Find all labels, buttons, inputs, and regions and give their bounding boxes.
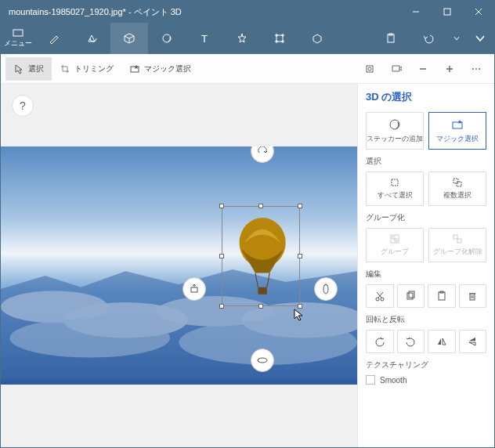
magic-select-label: マジック選択 <box>436 134 479 144</box>
section-edit: 編集 <box>366 269 486 280</box>
selection-box[interactable] <box>222 206 300 305</box>
multi-select-label: 複数選択 <box>443 190 472 201</box>
svg-point-24 <box>472 68 474 70</box>
add-sticker-label: ステッカーの追加 <box>367 134 423 144</box>
magic-label: マジック選択 <box>144 63 191 74</box>
paste-sidebar-button[interactable] <box>428 284 456 308</box>
svg-rect-37 <box>191 287 197 292</box>
canvas-tool[interactable] <box>261 23 298 54</box>
svg-rect-42 <box>392 179 398 186</box>
maximize-button[interactable] <box>432 1 463 23</box>
menu-button[interactable]: メニュー <box>1 23 35 54</box>
select-label: 選択 <box>28 63 44 74</box>
brush-tool[interactable] <box>35 23 73 54</box>
svg-rect-58 <box>470 294 475 300</box>
delete-button[interactable] <box>459 284 487 308</box>
multi-select-tile[interactable]: 複数選択 <box>428 172 486 206</box>
select-all-label: すべて選択 <box>378 190 413 201</box>
stickers-tool[interactable] <box>148 23 186 54</box>
handle-tr[interactable] <box>298 204 302 208</box>
svg-point-26 <box>479 68 480 70</box>
handle-l[interactable] <box>219 254 224 258</box>
handle-bl[interactable] <box>219 304 224 309</box>
cut-button[interactable] <box>366 284 394 308</box>
select-all-tile[interactable]: すべて選択 <box>366 172 424 206</box>
svg-rect-49 <box>457 239 461 243</box>
svg-rect-4 <box>13 30 23 36</box>
svg-rect-44 <box>457 182 461 186</box>
menu-label: メニュー <box>4 38 32 49</box>
history-dropdown[interactable] <box>447 23 466 54</box>
rotate-cw-button[interactable] <box>397 330 425 353</box>
svg-point-20 <box>368 67 371 70</box>
crop-tool[interactable]: トリミング <box>52 57 121 81</box>
depth-gizmo[interactable] <box>182 277 206 301</box>
window-title: mountains-1985027_1920.jpg* - ペイント 3D <box>1 6 400 18</box>
handle-r[interactable] <box>298 254 302 258</box>
rotate-ccw-button[interactable] <box>366 330 394 353</box>
svg-rect-54 <box>407 293 413 299</box>
svg-point-40 <box>390 120 399 129</box>
zoom-in-button[interactable] <box>436 57 463 81</box>
svg-rect-47 <box>395 239 397 241</box>
group-tile: グループ <box>366 228 424 262</box>
section-select: 選択 <box>366 156 486 167</box>
sidebar-title: 3D の選択 <box>366 90 486 104</box>
sidebar: 3D の選択 ステッカーの追加 マジック選択 選択 すべて選択 複数選択 グルー… <box>357 84 494 447</box>
svg-rect-55 <box>409 291 414 298</box>
minimize-button[interactable] <box>400 1 432 23</box>
mixed-reality-button[interactable] <box>383 57 410 81</box>
flip-horizontal-button[interactable] <box>428 330 456 353</box>
3d-shapes-tool[interactable] <box>110 23 148 54</box>
svg-rect-1 <box>444 9 450 15</box>
view-3d-button[interactable] <box>356 57 383 81</box>
group-label: グループ <box>381 247 409 257</box>
flip-vertical-button[interactable] <box>459 330 487 353</box>
rotate-x-gizmo[interactable] <box>251 349 274 372</box>
section-rotate: 回転と反転 <box>366 314 486 325</box>
magic-select-tile[interactable]: マジック選択 <box>428 112 486 150</box>
section-group: グループ化 <box>366 212 486 223</box>
paste-button[interactable] <box>372 23 410 54</box>
handle-b[interactable] <box>258 304 263 309</box>
svg-point-25 <box>475 68 477 70</box>
ungroup-label: グループ化解除 <box>433 247 482 257</box>
svg-rect-48 <box>453 235 457 239</box>
handle-t[interactable] <box>258 204 263 208</box>
svg-point-50 <box>376 298 379 301</box>
help-button[interactable]: ? <box>12 95 34 117</box>
svg-rect-19 <box>367 66 373 72</box>
smooth-checkbox[interactable]: Smooth <box>366 375 486 385</box>
select-tool[interactable]: 選択 <box>5 57 52 81</box>
close-button[interactable] <box>463 1 494 23</box>
handle-tl[interactable] <box>219 204 224 208</box>
ungroup-tile: グループ化解除 <box>428 228 486 262</box>
canvas[interactable] <box>1 146 357 384</box>
2d-shapes-tool[interactable] <box>73 23 110 54</box>
zoom-out-button[interactable] <box>410 57 436 81</box>
cursor-icon <box>293 309 305 321</box>
svg-point-51 <box>381 298 384 301</box>
copy-button[interactable] <box>397 284 425 308</box>
text-tool[interactable]: T <box>186 23 223 54</box>
svg-rect-7 <box>276 35 283 42</box>
svg-rect-18 <box>131 67 139 72</box>
canvas-area[interactable]: ? <box>1 84 357 447</box>
checkbox-icon <box>366 375 375 385</box>
section-texture: テクスチャリング <box>366 359 486 370</box>
magic-select-tool[interactable]: マジック選択 <box>121 57 199 81</box>
svg-point-5 <box>163 34 171 42</box>
smooth-label: Smooth <box>380 376 406 385</box>
svg-text:T: T <box>201 33 208 45</box>
svg-rect-43 <box>453 179 458 183</box>
expand-button[interactable] <box>466 23 494 54</box>
crop-label: トリミング <box>74 63 114 74</box>
3d-library-tool[interactable] <box>298 23 336 54</box>
add-sticker-tile[interactable]: ステッカーの追加 <box>366 112 424 150</box>
effects-tool[interactable] <box>223 23 261 54</box>
more-button[interactable] <box>463 57 490 81</box>
undo-button[interactable] <box>410 23 447 54</box>
